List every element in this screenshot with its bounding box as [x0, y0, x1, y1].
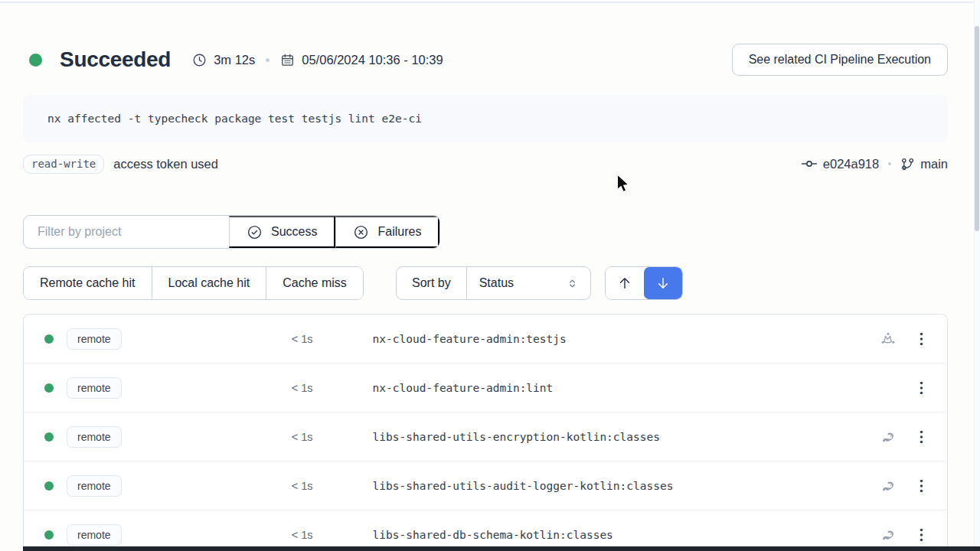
- task-row[interactable]: remote < 1s nx-cloud-feature-admin:testj…: [24, 315, 947, 364]
- row-menu-button[interactable]: [916, 378, 926, 398]
- row-menu-button[interactable]: [916, 427, 926, 447]
- row-menu-button[interactable]: [916, 525, 926, 545]
- bottom-edge-bar: [23, 546, 980, 551]
- task-duration: < 1s: [122, 333, 313, 345]
- filter-failures-label: Failures: [377, 225, 421, 239]
- cache-source-badge: remote: [67, 426, 122, 448]
- see-related-pipeline-button[interactable]: See related CI Pipeline Execution: [732, 44, 948, 76]
- cache-source-badge: remote: [67, 475, 122, 497]
- run-duration: 3m 12s: [214, 53, 255, 67]
- task-duration: < 1s: [122, 382, 313, 394]
- task-row[interactable]: remote < 1s libs-shared-utils-encryption…: [24, 412, 947, 461]
- separator-dot: [266, 58, 270, 62]
- arrow-down-icon: [655, 276, 671, 291]
- vcs-info: e024a918 main: [801, 155, 948, 172]
- status-dot-success: [44, 530, 54, 540]
- clock-icon: [192, 53, 207, 67]
- task-list: remote < 1s nx-cloud-feature-admin:testj…: [23, 314, 948, 551]
- cache-filter-tabs: Remote cache hit Local cache hit Cache m…: [23, 266, 364, 300]
- gradle-icon: [880, 527, 897, 543]
- branch-name[interactable]: main: [920, 157, 948, 171]
- tab-local-cache-hit[interactable]: Local cache hit: [152, 267, 266, 299]
- sort-ascending-button[interactable]: [606, 267, 644, 299]
- separator-dot: [888, 162, 891, 165]
- filter-success-button[interactable]: Success: [229, 216, 335, 248]
- sort-direction-group: [605, 266, 683, 300]
- tab-remote-cache-hit[interactable]: Remote cache hit: [24, 267, 152, 299]
- status-dot-success: [44, 481, 54, 491]
- filter-success-label: Success: [271, 225, 317, 239]
- row-menu-button[interactable]: [916, 476, 926, 496]
- cache-source-badge: remote: [67, 377, 122, 399]
- arrow-up-icon: [617, 276, 632, 291]
- gradle-icon: [880, 478, 897, 494]
- task-name: nx-cloud-feature-admin:lint: [373, 382, 554, 394]
- x-circle-icon: [353, 224, 369, 240]
- commit-hash[interactable]: e024a918: [823, 157, 879, 171]
- task-row[interactable]: remote < 1s libs-shared-db-schema-kotlin…: [24, 510, 947, 551]
- task-duration: < 1s: [122, 431, 313, 443]
- task-row[interactable]: remote < 1s libs-shared-utils-audit-logg…: [24, 461, 947, 510]
- task-duration: < 1s: [122, 480, 313, 492]
- sort-group: Sort by Status: [396, 266, 591, 300]
- cache-source-badge: remote: [67, 524, 122, 546]
- commit-icon: [801, 155, 818, 172]
- status-dot-success: [44, 383, 54, 393]
- task-name: libs-shared-utils-audit-logger-kotlin:cl…: [373, 480, 674, 492]
- sort-select-value: Status: [479, 276, 514, 290]
- task-row[interactable]: remote < 1s nx-cloud-feature-admin:lint: [24, 364, 947, 412]
- calendar-icon: [280, 53, 295, 67]
- token-row: read-write access token used e024a918 ma…: [23, 152, 948, 175]
- sort-descending-button[interactable]: [644, 267, 682, 299]
- status-dot-success: [44, 432, 54, 442]
- task-name: nx-cloud-feature-admin:testjs: [373, 333, 567, 345]
- jest-icon: [880, 331, 897, 347]
- row-menu-button[interactable]: [916, 329, 926, 349]
- mouse-cursor: [616, 174, 632, 198]
- sort-select[interactable]: Status: [466, 267, 590, 299]
- task-name: libs-shared-db-schema-kotlin:classes: [373, 529, 613, 541]
- access-token-badge: read-write: [23, 155, 104, 174]
- run-date-range: 05/06/2024 10:36 - 10:39: [302, 53, 443, 67]
- status-dot-success: [44, 334, 54, 344]
- page-title: Succeeded: [60, 47, 171, 72]
- cache-source-badge: remote: [67, 328, 122, 350]
- check-circle-icon: [247, 224, 263, 240]
- task-name: libs-shared-utils-encryption-kotlin:clas…: [373, 431, 660, 443]
- command-box: nx affected -t typecheck package test te…: [23, 95, 948, 142]
- scrollbar-thumb[interactable]: [975, 26, 979, 231]
- status-dot-success: [29, 54, 42, 67]
- chevron-up-down-icon: [567, 278, 578, 289]
- filter-group: Success Failures: [23, 215, 440, 249]
- gradle-icon: [880, 429, 897, 445]
- task-duration: < 1s: [122, 529, 313, 541]
- command-text: nx affected -t typecheck package test te…: [47, 112, 422, 125]
- filter-failures-button[interactable]: Failures: [335, 216, 439, 248]
- filter-project-input[interactable]: [24, 216, 229, 248]
- branch-icon: [900, 157, 915, 171]
- top-divider: [0, 2, 980, 3]
- sort-by-label: Sort by: [397, 267, 466, 299]
- access-token-label: access token used: [113, 157, 218, 171]
- tab-cache-miss[interactable]: Cache miss: [266, 267, 363, 299]
- run-header: Succeeded 3m 12s 05/06/2024 10:36 - 10:3…: [29, 43, 948, 77]
